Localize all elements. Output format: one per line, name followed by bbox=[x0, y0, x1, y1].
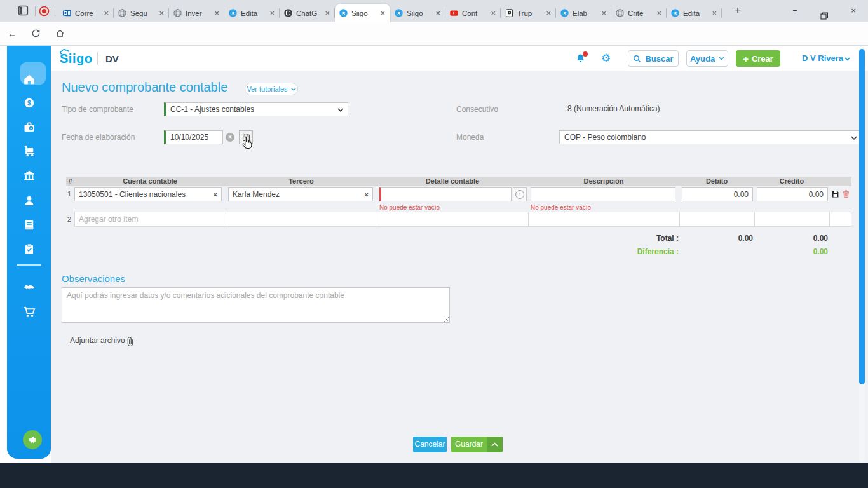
divider bbox=[55, 6, 55, 16]
row1-credito-input[interactable]: 0.00 bbox=[757, 187, 828, 201]
tab-close-icon[interactable]: × bbox=[379, 8, 386, 18]
settings-gear-icon[interactable]: ⚙ bbox=[601, 53, 611, 64]
row1-tercero-input[interactable]: Karla Mendez × bbox=[228, 187, 373, 201]
row1-detalle-input[interactable] bbox=[379, 187, 512, 201]
tab-segu[interactable]: Segu× bbox=[114, 4, 169, 22]
tutorials-dropdown-button[interactable]: Ver tutoriales bbox=[245, 83, 298, 95]
help-dropdown-button[interactable]: Ayuda bbox=[686, 50, 728, 67]
siigo-logo[interactable]: Siigo bbox=[60, 51, 92, 66]
tab-siigo[interactable]: SSiigo× bbox=[335, 4, 390, 22]
observaciones-textarea[interactable] bbox=[62, 287, 450, 323]
svg-text:S: S bbox=[342, 11, 345, 17]
save-options-chevron-up-button[interactable] bbox=[487, 437, 503, 452]
tab-chatg[interactable]: ChatG× bbox=[280, 4, 335, 22]
tab-siigo[interactable]: SSiigo× bbox=[390, 4, 445, 22]
fecha-value: 10/10/2025 bbox=[170, 133, 208, 142]
moneda-select[interactable]: COP - Peso colombiano bbox=[559, 130, 862, 144]
mouse-cursor-hand bbox=[240, 135, 254, 151]
row1-debito-input[interactable]: 0.00 bbox=[682, 187, 753, 201]
tab-edita[interactable]: SEdita× bbox=[224, 4, 280, 22]
scrollbar-thumb[interactable] bbox=[859, 49, 865, 384]
tab-close-icon[interactable]: × bbox=[600, 8, 607, 18]
sidebar-item-briefcase[interactable] bbox=[7, 121, 51, 133]
tab-close-icon[interactable]: × bbox=[489, 8, 497, 18]
save-row-icon[interactable] bbox=[831, 190, 839, 198]
announcements-megaphone-button[interactable] bbox=[23, 430, 42, 449]
row1-descripcion-input[interactable] bbox=[531, 187, 675, 201]
paperclip-icon[interactable] bbox=[126, 337, 134, 346]
reports-icon bbox=[23, 219, 36, 231]
column-header-#: # bbox=[66, 177, 74, 186]
search-button[interactable]: Buscar bbox=[628, 50, 679, 67]
row2-descripcion-input[interactable] bbox=[528, 212, 680, 227]
trupper-favicon bbox=[505, 8, 514, 18]
sidebar-item-tasks[interactable] bbox=[7, 243, 51, 255]
row2-tercero-input[interactable] bbox=[226, 212, 377, 227]
clear-icon[interactable]: × bbox=[365, 188, 369, 201]
tab-elab[interactable]: SElab× bbox=[556, 4, 611, 22]
row2-cuenta-input[interactable]: Agregar otro ítem bbox=[74, 212, 226, 227]
sidebar-item-bank[interactable] bbox=[7, 169, 51, 182]
row2-credito-input[interactable] bbox=[754, 212, 830, 227]
column-header-Cuenta contable: Cuenta contable bbox=[74, 177, 226, 186]
sidebar-item-purchases[interactable] bbox=[7, 306, 51, 318]
tab-crite[interactable]: Crite× bbox=[611, 4, 667, 22]
tab-close-icon[interactable]: × bbox=[545, 8, 552, 18]
tab-edita[interactable]: SEdita× bbox=[667, 4, 722, 22]
partners-icon bbox=[23, 281, 36, 294]
browser-toolbar: ← https://siigonube.siigo.com/#/journal-… bbox=[0, 22, 868, 46]
create-button[interactable]: + Crear bbox=[736, 50, 780, 67]
row2-detalle-input[interactable] bbox=[377, 212, 529, 227]
tab-close-icon[interactable]: × bbox=[655, 8, 663, 18]
resize-handle[interactable] bbox=[444, 316, 449, 322]
tab-inver[interactable]: Inver× bbox=[169, 4, 224, 22]
home-icon[interactable] bbox=[55, 29, 65, 41]
tab-close-icon[interactable]: × bbox=[213, 8, 220, 18]
fecha-input[interactable]: 10/10/2025 bbox=[164, 130, 223, 144]
window-close-button[interactable]: × bbox=[839, 0, 868, 22]
tab-list: Corre×Segu×Inver×SEdita×ChatG×SSiigo×SSi… bbox=[58, 0, 722, 22]
sidebar-item-contacts[interactable] bbox=[7, 194, 51, 207]
delete-row-icon[interactable] bbox=[842, 189, 850, 198]
tab-close-icon[interactable]: × bbox=[102, 8, 110, 18]
tab-close-icon[interactable]: × bbox=[710, 8, 718, 18]
row2-actions-cell[interactable] bbox=[829, 212, 851, 227]
user-chevron-down-icon[interactable] bbox=[844, 57, 850, 61]
sidebar-item-reports[interactable] bbox=[7, 219, 51, 231]
user-menu[interactable]: D V Rivera bbox=[802, 53, 843, 63]
new-tab-button[interactable]: + bbox=[735, 4, 741, 17]
window-restore-button[interactable] bbox=[810, 0, 839, 22]
row1-cuenta-input[interactable]: 13050501 - Clientes nacionales × bbox=[74, 187, 222, 201]
row2-debito-input[interactable] bbox=[679, 212, 755, 227]
sidebar-item-inventory[interactable] bbox=[7, 145, 51, 158]
siigo-favicon: S bbox=[394, 8, 403, 18]
sidebar-item-partners[interactable] bbox=[7, 281, 51, 294]
tab-title: Corre bbox=[75, 10, 99, 17]
back-icon[interactable]: ← bbox=[8, 28, 17, 39]
tab-cont[interactable]: Cont× bbox=[445, 4, 501, 22]
tipo-comprobante-select[interactable]: CC-1 - Ajustes contables bbox=[164, 102, 348, 116]
cancel-button[interactable]: Cancelar bbox=[413, 437, 447, 452]
divider bbox=[35, 6, 36, 16]
chevron-down-icon bbox=[851, 136, 857, 140]
recording-indicator-icon[interactable] bbox=[39, 6, 50, 17]
detalle-expand-button[interactable]: ↑ bbox=[513, 187, 527, 201]
tab-trup[interactable]: Trup× bbox=[501, 4, 556, 22]
tab-close-icon[interactable]: × bbox=[158, 8, 165, 18]
row1-credito-value: 0.00 bbox=[809, 188, 824, 201]
tab-close-icon[interactable]: × bbox=[323, 8, 331, 18]
tab-actions-icon[interactable] bbox=[18, 5, 29, 16]
sidebar-item-money[interactable]: $ bbox=[7, 97, 51, 109]
tab-corre[interactable]: Corre× bbox=[58, 4, 114, 22]
save-button[interactable]: Guardar bbox=[451, 437, 487, 452]
chevron-down-icon bbox=[291, 88, 296, 91]
window-minimize-button[interactable]: − bbox=[780, 0, 810, 22]
refresh-icon[interactable] bbox=[31, 29, 41, 41]
fecha-clear-icon[interactable]: × bbox=[226, 133, 234, 142]
total-credito: 0.00 bbox=[757, 234, 828, 243]
tab-close-icon[interactable]: × bbox=[268, 8, 276, 18]
sidebar-item-home[interactable] bbox=[7, 73, 51, 86]
tab-close-icon[interactable]: × bbox=[434, 8, 442, 18]
clear-icon[interactable]: × bbox=[214, 188, 217, 201]
create-label: Crear bbox=[752, 54, 773, 64]
